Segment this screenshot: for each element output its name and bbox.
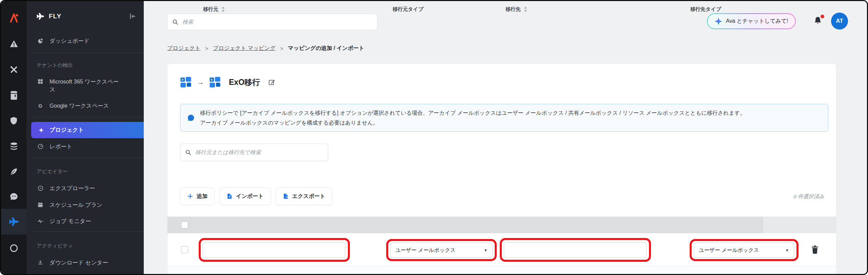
search-icon	[172, 19, 178, 25]
notification-badge	[821, 15, 824, 18]
divider	[32, 158, 144, 158]
sort-icon	[524, 6, 528, 12]
database-icon[interactable]	[1, 137, 26, 156]
shield-icon[interactable]	[1, 111, 26, 130]
select-all-checkbox[interactable]	[181, 221, 188, 228]
chevron-right-icon: >	[205, 45, 208, 51]
column-header-source[interactable]: 移行元	[203, 1, 225, 18]
column-header-destination[interactable]: 移行先	[506, 1, 528, 18]
source-input[interactable]	[203, 242, 345, 258]
exchange-source-icon: E	[180, 76, 192, 88]
export-button[interactable]: エクスポート	[276, 187, 333, 205]
project-title-row: E → E ExO移行	[180, 76, 275, 88]
sidebar-item-dashboard[interactable]: ダッシュボード	[37, 33, 140, 48]
sidebar-item-label: ジョブ モニター	[50, 217, 91, 225]
pulse-icon	[37, 218, 44, 224]
row-checkbox[interactable]	[181, 246, 188, 253]
table-header	[167, 217, 836, 233]
breadcrumb-project-mapping[interactable]: プロジェクト マッピング	[213, 45, 276, 52]
source-type-value: ユーザー メールボックス	[395, 247, 456, 254]
grid-icon	[37, 79, 44, 84]
sidebar-item-label: スケジュール プラン	[50, 201, 102, 209]
user-avatar[interactable]: AT	[831, 13, 848, 30]
edit-title-icon[interactable]	[268, 79, 275, 86]
destination-type-dropdown[interactable]: ユーザー メールボックス ▼	[694, 243, 794, 258]
rail-item-fly-active[interactable]	[1, 209, 26, 235]
cabinet-icon[interactable]	[1, 86, 26, 105]
caret-down-icon: ▼	[484, 248, 488, 252]
info-banner-line1: 移行ポリシーで [アーカイブ メールボックスを移行する] オプションが選択されて…	[200, 108, 745, 118]
file-export-icon	[283, 193, 289, 199]
feather-icon[interactable]	[1, 162, 26, 181]
selected-count: 0 件選択済み	[793, 193, 824, 200]
svg-text:E: E	[181, 78, 184, 81]
sidebar-item-label: ダウンロード センター	[50, 259, 108, 267]
destination-type-value: ユーザー メールボックス	[699, 247, 759, 254]
tools-icon[interactable]	[1, 60, 26, 79]
google-g-icon: G	[37, 102, 44, 110]
next-row-partial	[167, 267, 836, 275]
sidebar-item-label: Google ワークスペース	[50, 102, 109, 110]
divider	[32, 231, 144, 232]
download-icon	[37, 260, 44, 265]
section-tenant-discovery: テナントの検出	[37, 62, 140, 69]
icon-rail	[1, 1, 26, 274]
column-label: 移行元	[203, 6, 218, 13]
chevron-right-icon: >	[280, 45, 283, 51]
export-button-label: エクスポート	[292, 193, 326, 200]
sidebar-item-schedule-plan[interactable]: スケジュール プラン	[37, 197, 140, 212]
column-header-destination-type: 移行先タイプ	[690, 1, 721, 18]
destination-input[interactable]	[504, 242, 647, 258]
info-banner-text: 移行ポリシーで [アーカイブ メールボックスを移行する] オプションが選択されて…	[200, 108, 745, 128]
file-import-icon	[226, 193, 233, 199]
plane-icon	[37, 13, 44, 20]
sidebar-item-google-workspace[interactable]: G Google ワークスペース	[37, 98, 140, 113]
mapping-search	[180, 144, 328, 161]
sparkle-icon	[37, 127, 45, 133]
compass-icon	[37, 185, 44, 191]
column-label: 移行先タイプ	[690, 6, 721, 13]
gauge-icon	[37, 144, 44, 149]
search-icon	[185, 149, 191, 155]
sidebar-item-label: ダッシュボード	[50, 37, 90, 45]
sidebar-item-job-monitor[interactable]: ジョブ モニター	[37, 214, 140, 228]
notifications-bell-icon[interactable]	[813, 16, 824, 27]
sidebar-item-projects-active[interactable]: プロジェクト	[31, 122, 144, 138]
avatar-initials: AT	[836, 18, 843, 24]
dashboard-icon	[37, 38, 44, 44]
sidebar-item-reports[interactable]: レポート	[37, 139, 140, 154]
exchange-destination-icon: E	[209, 76, 221, 88]
sidebar: FLY ダッシュボード テナントの検出 Microsoft 365 ワークスペー…	[26, 1, 144, 274]
column-header-source-type: 移行元タイプ	[393, 1, 423, 18]
alerts-icon[interactable]	[1, 34, 26, 53]
caret-down-icon: ▼	[785, 248, 789, 252]
source-type-dropdown[interactable]: ユーザー メールボックス ▼	[390, 243, 493, 258]
calendar-icon	[37, 202, 44, 207]
table-header-actions-column	[763, 217, 836, 233]
mapping-search-input[interactable]	[195, 144, 323, 161]
sidebar-header: FLY	[26, 8, 144, 25]
sidebar-item-label: レポート	[50, 143, 72, 150]
sidebar-item-download-center[interactable]: ダウンロード センター	[37, 255, 140, 270]
info-banner: 移行ポリシーで [アーカイブ メールボックスを移行する] オプションが選択されて…	[180, 104, 828, 132]
avepoint-logo[interactable]	[1, 8, 26, 28]
chat-icon[interactable]	[1, 187, 26, 206]
import-button[interactable]: インポート	[219, 187, 271, 205]
column-label: 移行元タイプ	[393, 6, 423, 13]
collapse-sidebar-icon[interactable]	[129, 13, 136, 20]
brand-name: FLY	[49, 13, 129, 20]
circle-icon[interactable]	[1, 239, 26, 258]
info-banner-line2: アーカイブ メールボックスのマッピングを構成する必要はありません。	[200, 118, 745, 128]
add-button-label: 追加	[197, 193, 208, 200]
sidebar-item-m365-workspace[interactable]: Microsoft 365 ワークスペース	[37, 78, 121, 93]
delete-row-icon[interactable]	[811, 245, 819, 254]
ava-chat-label: Ava とチャットしてみて!	[726, 18, 788, 25]
global-search	[167, 14, 377, 30]
sidebar-item-label: エクスプローラー	[50, 184, 95, 192]
sidebar-item-explorer[interactable]: エクスプローラー	[37, 181, 140, 196]
import-button-label: インポート	[236, 193, 264, 200]
add-button[interactable]: 追加	[180, 187, 215, 205]
project-title: ExO移行	[229, 77, 260, 88]
app-window: FLY ダッシュボード テナントの検出 Microsoft 365 ワークスペー…	[0, 0, 868, 275]
breadcrumb-projects[interactable]: プロジェクト	[167, 45, 200, 52]
